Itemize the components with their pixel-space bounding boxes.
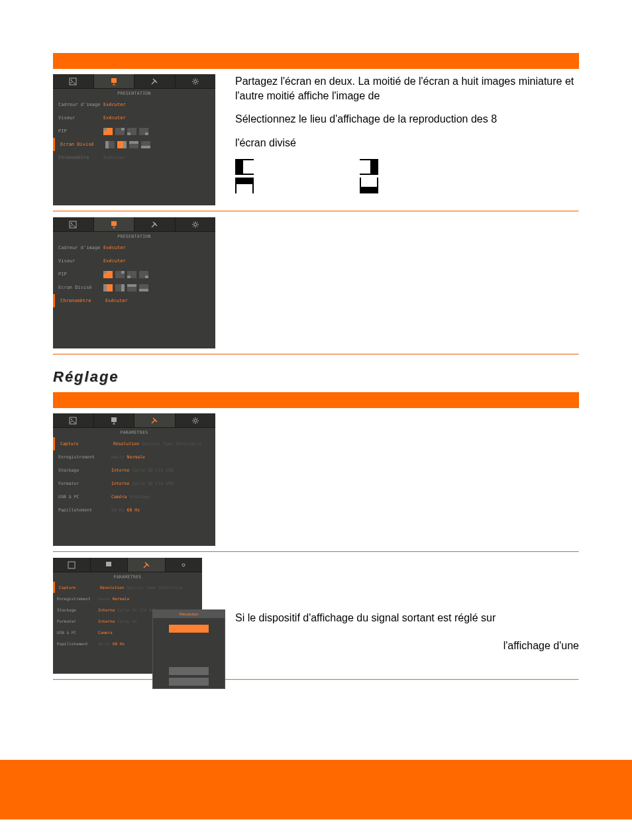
- menu-row-cadreur[interactable]: Cadreur d'imageExécuter: [53, 241, 215, 254]
- desc-text: l'affichage d'une: [235, 639, 579, 653]
- tab-tools[interactable]: [134, 413, 176, 427]
- split-right-icon[interactable]: [115, 284, 125, 291]
- svg-point-9: [71, 419, 72, 420]
- settings-icon: [191, 417, 199, 425]
- split-bottom-icon[interactable]: [139, 284, 148, 291]
- menu-row-pip[interactable]: PIP: [53, 125, 215, 138]
- dialog-body: [153, 618, 225, 664]
- pip-bottom-left-icon[interactable]: [127, 128, 136, 135]
- menu-row-enregistrement[interactable]: EnregistrementHauteNormale: [53, 593, 202, 604]
- image-icon: [69, 78, 77, 85]
- menu-tabs: [53, 74, 215, 89]
- menu-row-papillotement[interactable]: Papillotement50 Hz60 Hz: [53, 503, 215, 517]
- tab-image[interactable]: [53, 413, 94, 427]
- desc-text: Sélectionnez le lieu d'affichage de la r…: [235, 112, 579, 127]
- presentation-icon: [110, 221, 118, 229]
- menu-row-viseur[interactable]: ViseurExécuter: [53, 111, 215, 125]
- svg-rect-6: [111, 221, 117, 226]
- row-resolution-dialog: PARAMETRES CaptureRésolutionQualityTypeI…: [53, 552, 579, 679]
- dialog-title: Résolution: [153, 610, 225, 618]
- menu-row-ecran-divise[interactable]: Ecran Divisé: [53, 281, 215, 294]
- tab-tools[interactable]: [134, 74, 176, 88]
- split-left-icon[interactable]: [103, 284, 113, 291]
- tab-presentation[interactable]: [94, 413, 135, 427]
- tab-image[interactable]: [53, 74, 94, 88]
- pip-top-right-icon[interactable]: [115, 128, 125, 135]
- tab-tools[interactable]: [128, 558, 166, 572]
- svg-rect-2: [111, 78, 117, 83]
- menu-tabs: [53, 413, 215, 428]
- tab-settings[interactable]: [176, 217, 216, 231]
- pip-bottom-right-icon[interactable]: [139, 128, 148, 135]
- tab-presentation[interactable]: [94, 217, 135, 231]
- menu-row-chronometre[interactable]: ChronomètreExécuter: [53, 294, 215, 307]
- settings-icon: [180, 561, 187, 569]
- menu-row-formater[interactable]: FormaterInterneCarte SDClé USB: [53, 477, 215, 490]
- pip-top-right-icon[interactable]: [115, 271, 125, 278]
- pip-bottom-left-icon[interactable]: [127, 271, 136, 278]
- menu-row-usb-pc[interactable]: USB à PCCaméraStockage: [53, 490, 215, 503]
- row-split-screen: PRESENTATION Cadreur d'imageExécuter Vis…: [53, 69, 579, 211]
- screenshot-with-dialog: PARAMETRES CaptureRésolutionQualityTypeI…: [53, 558, 215, 674]
- split-top-icon[interactable]: [129, 141, 138, 148]
- page: PRESENTATION Cadreur d'imageExécuter Vis…: [0, 0, 632, 680]
- menu-row-chronometre[interactable]: ChronomètreExécuter: [53, 151, 215, 164]
- split-icon-bottom: [360, 178, 378, 193]
- tab-settings[interactable]: [176, 413, 216, 427]
- row-chronometre: PRESENTATION Cadreur d'imageExécuter Vis…: [53, 212, 579, 354]
- svg-point-1: [71, 79, 72, 81]
- menu-screenshot-parametres: PARAMETRES CaptureRésolutionQualityTypeI…: [53, 413, 215, 546]
- svg-rect-13: [106, 562, 111, 566]
- menu-screenshot-presentation-chrono: PRESENTATION Cadreur d'imageExécuter Vis…: [53, 217, 215, 348]
- menu-section-title: PARAMETRES: [53, 572, 202, 582]
- menu-row-pip[interactable]: PIP: [53, 268, 215, 281]
- tab-image[interactable]: [53, 217, 94, 231]
- tab-image[interactable]: [53, 558, 91, 572]
- menu-row-enregistrement[interactable]: EnregistrementHauteNormale: [53, 450, 215, 464]
- dialog-button[interactable]: [169, 667, 209, 675]
- settings-icon: [191, 78, 199, 85]
- split-bottom-icon[interactable]: [141, 141, 150, 148]
- dialog-button[interactable]: [169, 678, 209, 686]
- tab-settings[interactable]: [176, 74, 216, 88]
- image-icon: [69, 221, 77, 229]
- split-top-icon[interactable]: [127, 284, 136, 291]
- pip-top-left-icon[interactable]: [103, 128, 113, 135]
- split-left-icon[interactable]: [105, 141, 115, 148]
- tab-settings[interactable]: [166, 558, 203, 572]
- heading-reglage: Réglage: [53, 368, 579, 386]
- divider: [53, 354, 579, 355]
- menu-row-capture[interactable]: CaptureRésolutionQualityTypeIntervalle: [53, 437, 215, 450]
- tab-tools[interactable]: [134, 217, 176, 231]
- desc-text: Si le dispositif d'affichage du signal s…: [235, 611, 579, 625]
- svg-rect-10: [111, 417, 117, 422]
- tab-presentation[interactable]: [91, 558, 129, 572]
- menu-row-viseur[interactable]: ViseurExécuter: [53, 254, 215, 268]
- menu-row-cadreur[interactable]: Cadreur d'imageExécuter: [53, 98, 215, 111]
- dialog-option[interactable]: [169, 625, 209, 633]
- image-icon: [68, 561, 76, 569]
- tab-presentation[interactable]: [94, 74, 135, 88]
- tools-icon: [150, 417, 158, 425]
- divider: [53, 679, 579, 680]
- row-parametres: PARAMETRES CaptureRésolutionQualityTypeI…: [53, 408, 579, 551]
- split-icon-grid: [235, 159, 579, 196]
- menu-row-ecran-divise[interactable]: Ecran Divisé: [53, 138, 215, 151]
- tools-icon: [150, 221, 158, 229]
- menu-tabs: [53, 558, 202, 572]
- pip-bottom-right-icon[interactable]: [139, 271, 148, 278]
- menu-row-stockage[interactable]: StockageInterneCarte SDClé USB: [53, 464, 215, 477]
- menu-screenshot-presentation-split: PRESENTATION Cadreur d'imageExécuter Vis…: [53, 74, 215, 205]
- section-divider: [53, 392, 579, 408]
- presentation-icon: [105, 561, 113, 569]
- description-split: Partagez l'écran en deux. La moitié de l…: [235, 74, 579, 196]
- description-resolution: Si le dispositif d'affichage du signal s…: [235, 558, 579, 667]
- tools-icon: [150, 78, 158, 85]
- split-right-icon[interactable]: [117, 141, 127, 148]
- svg-point-11: [194, 419, 197, 422]
- svg-point-5: [71, 223, 72, 224]
- pip-top-left-icon[interactable]: [103, 271, 113, 278]
- menu-row-capture[interactable]: CaptureRésolutionQualityTypeIntervalle: [53, 582, 202, 593]
- svg-point-14: [182, 564, 185, 566]
- menu-section-title: PARAMETRES: [53, 428, 215, 437]
